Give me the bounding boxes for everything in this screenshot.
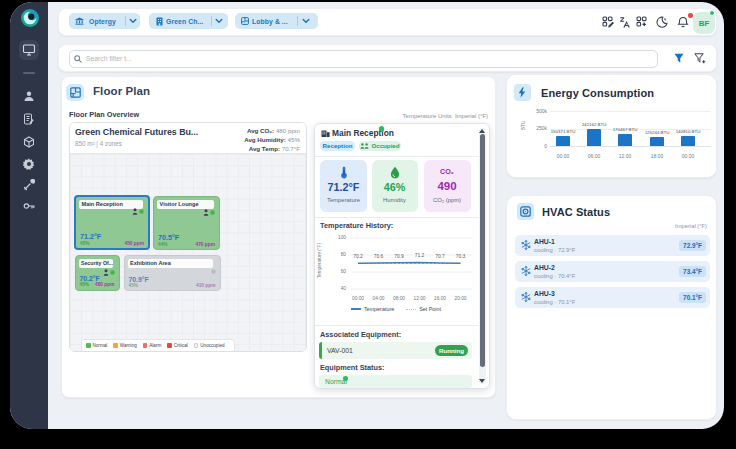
floor-map: Green Chemical Futures Bu... 850 m² | 4 … [69, 122, 307, 352]
building-name: Green Chemical Futures Bu... [75, 127, 198, 137]
filter-active-icon[interactable] [674, 53, 684, 64]
sidebar-item-tools[interactable] [23, 179, 35, 191]
legend-set-point: Set Point [406, 306, 441, 312]
site-selector-label: Optergy [89, 18, 116, 25]
zone-humidity: 45% [129, 283, 139, 288]
legend-swatch-alarm [143, 343, 148, 348]
energy-card-title: Energy Consumption [541, 87, 654, 99]
energy-y-tick: 250k [531, 125, 547, 131]
energy-y-tick: 500k [531, 108, 547, 114]
presence-dot [110, 270, 115, 275]
occupancy-indicator [211, 269, 216, 274]
ahu-mode: cooling · 70.4°F [534, 273, 575, 279]
sidebar-item-access-keys[interactable] [23, 201, 35, 211]
temperature-line-swatch [351, 308, 361, 310]
chevron-down-icon[interactable] [215, 18, 223, 24]
chart-point-label: 70.9 [391, 254, 407, 259]
section-divider [315, 325, 481, 326]
stat-co2: CO₂ 490 CO₂ (ppm) [424, 160, 471, 212]
history-section-label: Temperature History: [320, 221, 393, 230]
set-point-line-swatch [406, 309, 416, 310]
snowflake-icon [521, 240, 531, 250]
energy-bar [556, 136, 570, 147]
hvac-row-ahu-3[interactable]: AHU-3 cooling · 70.1°F 70.1°F [515, 287, 710, 308]
energy-x-tick: 06:00 [582, 153, 606, 159]
zone-humidity: 45% [80, 282, 90, 287]
filter-add-icon[interactable] [694, 53, 706, 64]
search-placeholder: Search filter t... [86, 55, 132, 63]
zone-exhibition-area[interactable]: Exhibition Area 70.9°F 45% 410 ppm [124, 255, 221, 291]
notifications-icon[interactable] [677, 16, 689, 28]
legend-swatch-warning [113, 343, 118, 348]
ahu-temp-badge: 73.4°F [679, 266, 706, 277]
zone-security-office[interactable]: Security Of... 70.2°F 45% 480 ppm [75, 255, 120, 291]
sidebar-item-reports[interactable] [24, 113, 35, 125]
equipment-status-badge: Running [435, 345, 468, 356]
ahu-name: AHU-3 [534, 290, 555, 297]
temperature-units-label: Temperature Units: Imperial (°F) [403, 113, 488, 119]
translate-icon[interactable] [619, 16, 631, 28]
energy-x-tick: 12:00 [613, 153, 637, 159]
floor-plan-icon [66, 84, 84, 101]
chart-x-tick: 04:00 [369, 296, 389, 301]
ahu-temp-badge: 72.9°F [679, 240, 706, 251]
organization-icon [75, 17, 84, 25]
legend-swatch-critical [167, 343, 172, 348]
site-selector[interactable]: Optergy [69, 13, 140, 29]
hvac-status-card: HVAC Status Imperial (°F) AHU-1 cooling … [506, 195, 717, 420]
hvac-row-ahu-2[interactable]: AHU-2 cooling · 70.4°F 73.4°F [515, 261, 710, 282]
energy-x-tick: 00:00 [551, 153, 575, 159]
legend-item: Critical [167, 343, 188, 348]
ahu-mode: cooling · 72.9°F [534, 247, 575, 253]
chart-x-tick: 12:00 [410, 296, 430, 301]
search-icon [74, 55, 82, 63]
hvac-card-title: HVAC Status [542, 206, 610, 218]
floor-map-area: Main Reception 71.2°F 45% 450 ppm Visito… [70, 154, 306, 351]
dashboard-edit-icon[interactable] [602, 16, 614, 28]
scroll-up-arrow[interactable] [479, 129, 485, 133]
co2-symbol: CO₂ [424, 167, 471, 176]
sidebar-item-users[interactable] [24, 91, 35, 102]
hvac-row-ahu-1[interactable]: AHU-1 cooling · 72.9°F 72.9°F [515, 235, 710, 256]
zone-main-reception[interactable]: Main Reception 71.2°F 45% 450 ppm [74, 195, 150, 250]
person-icon [103, 269, 109, 276]
equipment-row[interactable]: VAV-001 Running [319, 342, 472, 359]
sidebar-item-settings[interactable] [23, 158, 35, 170]
chart-point-label: 70.2 [350, 254, 366, 259]
ahu-mode: cooling · 70.1°F [534, 299, 575, 305]
legend-temperature: Temperature [351, 306, 394, 312]
app-logo[interactable] [20, 9, 39, 28]
detail-room-name: Main Reception [332, 128, 394, 138]
sidebar-item-dashboards[interactable] [23, 44, 36, 56]
status-section-label: Equipment Status: [320, 363, 384, 372]
presence-dot [210, 210, 215, 215]
search-bar: Search filter t... [58, 44, 717, 72]
chart-x-tick: 20:00 [451, 296, 471, 301]
floor-selector[interactable]: Lobby & ... [235, 13, 318, 29]
zone-visitor-lounge[interactable]: Visitor Lounge 70.5°F 44% 470 ppm [153, 196, 220, 250]
chart-point-label: 70.7 [432, 254, 448, 259]
zone-co2: 450 ppm [125, 241, 144, 246]
chevron-down-icon[interactable] [129, 18, 137, 24]
energy-bar-label: 170467 BTU [608, 127, 642, 132]
dark-mode-icon[interactable] [656, 16, 668, 28]
search-input[interactable] [69, 50, 658, 68]
stat-value: 490 [424, 180, 471, 192]
building-selector[interactable]: Green Ch... [149, 13, 228, 29]
chevron-down-icon[interactable] [302, 18, 310, 24]
droplet-icon [389, 166, 400, 179]
page-title: Floor Plan [93, 85, 150, 97]
energy-bar [650, 137, 664, 146]
scroll-down-arrow[interactable] [479, 379, 485, 383]
sidebar-item-assets[interactable] [24, 136, 35, 148]
scrollbar-thumb[interactable] [480, 134, 485, 367]
energy-bar [587, 129, 601, 146]
energy-x-tick: 18:00 [645, 153, 669, 159]
chart-point-label: 70.6 [371, 254, 387, 259]
apps-add-icon[interactable] [636, 16, 648, 28]
zone-temperature: 70.2°F [80, 275, 100, 282]
occupancy-indicator [132, 208, 144, 215]
stat-temperature: 71.2°F Temperature [320, 160, 367, 212]
top-bar: Optergy Green Ch... [58, 8, 717, 36]
energy-y-axis-label: BTU [521, 111, 526, 141]
